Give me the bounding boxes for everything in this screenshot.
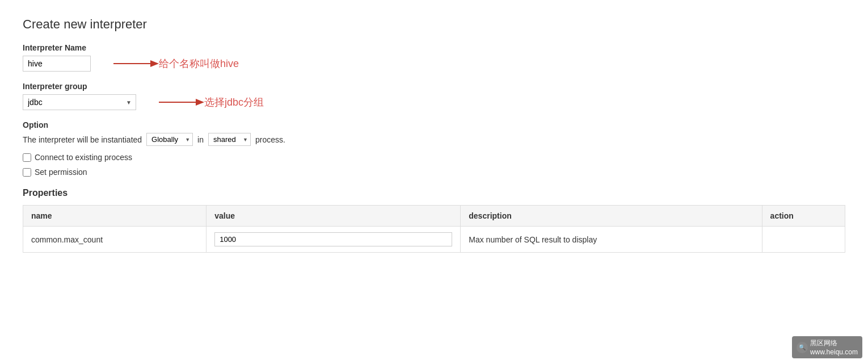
set-permission-checkbox[interactable] xyxy=(23,168,31,177)
name-annotation: 给个名称叫做hive xyxy=(113,57,239,70)
prop-action-cell xyxy=(762,227,845,253)
svg-marker-1 xyxy=(150,60,159,67)
properties-table: name value description action common.max… xyxy=(23,205,845,253)
col-description: description xyxy=(461,206,762,227)
table-row: common.max_count Max number of SQL resul… xyxy=(23,227,845,253)
group-annotation: 选择jdbc分组 xyxy=(159,95,264,109)
instantiate-in-text: in xyxy=(197,135,204,144)
col-name: name xyxy=(23,206,207,227)
option-label: Option xyxy=(23,120,845,129)
prop-description-cell: Max number of SQL result to display xyxy=(461,227,762,253)
prop-value-cell[interactable] xyxy=(207,227,461,253)
globally-select[interactable]: Globally Per User Per Note xyxy=(146,133,193,146)
prop-value-input[interactable] xyxy=(214,232,452,246)
interpreter-group-select[interactable]: jdbc spark python sh xyxy=(23,94,136,110)
shared-select[interactable]: shared scoped isolated xyxy=(208,133,251,146)
connect-existing-label[interactable]: Connect to existing process xyxy=(35,153,132,162)
set-permission-label[interactable]: Set permission xyxy=(35,168,87,177)
page-title: Create new interpreter xyxy=(23,17,845,32)
group-annotation-text: 选择jdbc分组 xyxy=(204,95,264,109)
col-action: action xyxy=(762,206,845,227)
interpreter-name-label: Interpreter Name xyxy=(23,43,845,52)
name-annotation-text: 给个名称叫做hive xyxy=(159,57,239,70)
instantiate-text-before: The interpreter will be instantiated xyxy=(23,135,142,144)
instantiate-text-after: process. xyxy=(255,135,285,144)
interpreter-name-input[interactable] xyxy=(23,56,91,72)
properties-title: Properties xyxy=(23,188,845,198)
interpreter-group-label: Interpreter group xyxy=(23,82,845,91)
connect-existing-checkbox[interactable] xyxy=(23,153,31,162)
col-value: value xyxy=(207,206,461,227)
svg-marker-3 xyxy=(196,99,204,106)
prop-name-cell: common.max_count xyxy=(23,227,207,253)
